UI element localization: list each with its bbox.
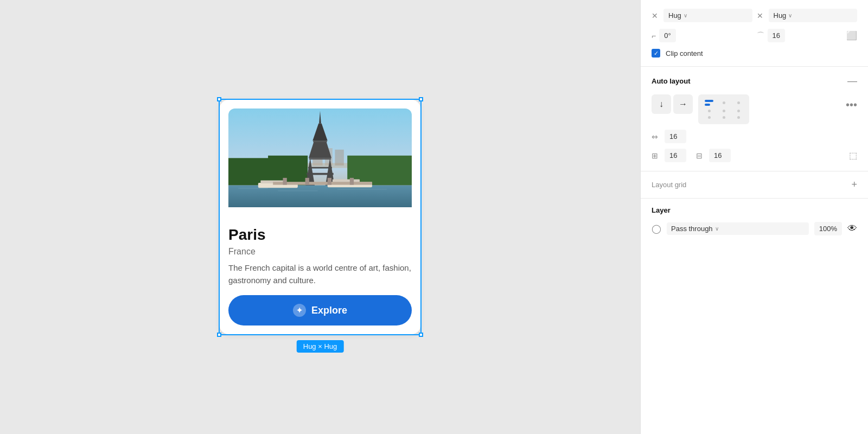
rotation-icon: ⌐ [652,31,656,40]
city-name: Paris [228,226,412,244]
card-content: Paris France The French capital is a wor… [228,226,412,287]
layer-header: Layer [652,206,857,214]
width-value: Hug [668,11,681,20]
handle-top-left[interactable] [217,97,221,101]
gap-icon: ⇔ [652,132,658,141]
align-dot-1 [723,101,725,104]
gap-value: 16 [669,132,677,141]
layout-grid-add-button[interactable]: + [851,179,857,190]
svg-rect-18 [238,188,268,189]
padding-v-field[interactable]: 16 [709,149,731,162]
blend-mode-dropdown[interactable]: Pass through ∨ [667,222,809,235]
direction-row-1: ↓ → [652,94,693,114]
country-name: France [228,247,412,257]
height-group: ✕ Hug ∨ [757,9,858,22]
direction-right-button[interactable]: → [673,94,693,114]
svg-rect-10 [307,173,333,175]
layer-title: Layer [652,206,671,214]
width-dropdown-arrow: ∨ [684,12,687,18]
height-dropdown-arrow: ∨ [788,12,792,18]
align-dot-7 [723,116,725,119]
padding-v-icon: ⊟ [696,151,703,160]
layer-section: Layer ◯ Pass through ∨ 100% 👁 [641,199,868,243]
explore-button-label: Explore [311,305,347,316]
more-options-button[interactable]: ••• [846,99,857,111]
layout-grid-section: Layout grid + [641,171,868,199]
explore-button[interactable]: ✦ Explore [228,295,412,326]
padding-row-1: ⊞ 16 ⊟ 16 ⬚ [652,149,857,162]
svg-rect-20 [337,189,387,190]
align-dot-2 [737,101,740,104]
more-icon: ••• [846,99,857,111]
svg-rect-25 [273,182,372,184]
padding-v-value: 16 [714,151,722,159]
alignment-grid[interactable] [698,94,749,124]
auto-layout-section: Auto layout — ↓ → [641,67,868,171]
direction-buttons: ↓ → [652,94,693,114]
autolayout-controls: ↓ → [652,94,857,124]
transform-row: ⌐ 0° ⌒ 16 ⬜ [652,29,857,42]
direction-down-button[interactable]: ↓ [652,94,671,114]
canvas: Paris France The French capital is a wor… [0,0,640,434]
layer-row: ◯ Pass through ∨ 100% 👁 [652,222,857,235]
down-arrow-icon: ↓ [659,99,663,109]
visibility-toggle[interactable]: 👁 [847,223,857,234]
check-icon: ✓ [654,50,659,57]
hug-label: Hug × Hug [297,340,344,353]
align-bar-1 [705,100,713,102]
padding-edge-icon: ⬚ [849,150,857,161]
right-arrow-icon: → [679,99,687,109]
align-bar-2 [705,104,710,106]
width-icon: ✕ [652,11,660,20]
svg-rect-26 [283,178,286,185]
opacity-field[interactable]: 100% [814,222,842,235]
right-panel: ✕ Hug ∨ ✕ Hug ∨ ⌐ 0° [640,0,868,434]
svg-rect-19 [278,190,317,191]
dimensions-row: ✕ Hug ∨ ✕ Hug ∨ [652,9,857,22]
svg-rect-28 [328,178,331,185]
paris-card: Paris France The French capital is a wor… [220,100,420,335]
align-dot-8 [737,116,740,119]
padding-h-icon: ⊞ [652,151,658,160]
gap-row: ⇔ 16 [652,130,857,143]
padding-h-value: 16 [669,151,677,159]
clip-content-checkbox[interactable]: ✓ [652,49,660,58]
align-dot-4 [723,110,725,112]
corner-radius-value: 16 [773,31,780,40]
clip-content-row: ✓ Clip content [652,49,857,58]
corner-radius-field[interactable]: 16 [768,29,785,42]
width-group: ✕ Hug ∨ [652,9,752,22]
padding-h-field[interactable]: 16 [665,149,686,162]
svg-rect-16 [313,141,327,142]
description-text: The French capital is a world centre of … [228,262,412,286]
width-field[interactable]: Hug ∨ [663,9,752,22]
height-value: Hug [774,11,787,20]
auto-layout-header: Auto layout — [652,75,857,87]
rotation-field[interactable]: 0° [659,29,675,42]
blend-mode-value: Pass through [671,225,713,233]
card-selection-wrapper[interactable]: Paris France The French capital is a wor… [220,100,420,335]
gap-field[interactable]: 16 [665,130,686,143]
handle-top-right[interactable] [419,97,423,101]
dimensions-section: ✕ Hug ∨ ✕ Hug ∨ ⌐ 0° [641,0,868,67]
corner-radius-group: ⌒ 16 ⬜ [757,29,858,42]
handle-bottom-left[interactable] [217,333,221,337]
blend-mode-arrow: ∨ [715,226,719,232]
svg-rect-11 [308,167,332,168]
auto-layout-remove-icon[interactable]: — [847,75,857,87]
corner-radius-icon: ⌒ [757,31,764,41]
height-icon: ✕ [757,11,765,20]
svg-rect-29 [350,178,354,185]
svg-rect-27 [305,178,309,185]
compass-icon: ✦ [293,304,306,317]
align-dot-6 [708,116,711,119]
align-bars-active [705,100,713,106]
align-dot-3 [708,110,711,112]
auto-layout-title: Auto layout [652,77,691,85]
height-field[interactable]: Hug ∨ [769,9,858,22]
opacity-value: 100% [819,225,837,233]
handle-bottom-right[interactable] [419,333,423,337]
opacity-icon: ◯ [652,224,661,234]
svg-rect-15 [309,158,331,159]
svg-rect-7 [335,150,343,165]
